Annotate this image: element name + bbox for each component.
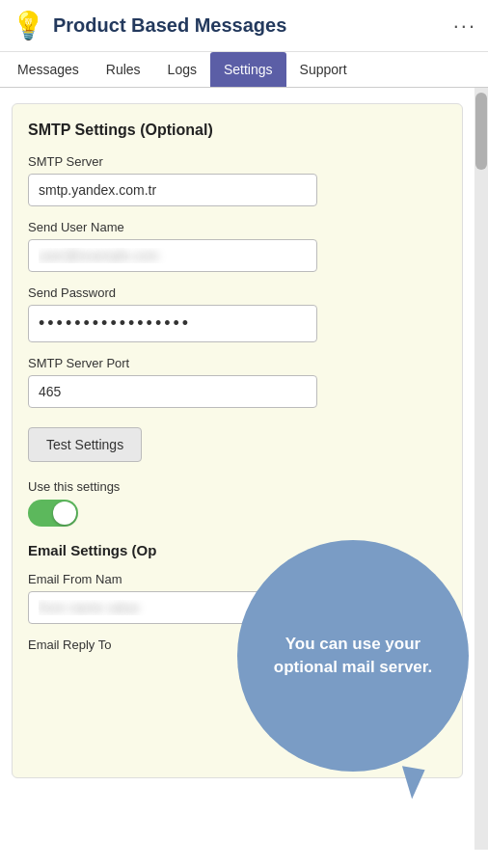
use-settings-toggle-row: Use this settings <box>28 479 447 527</box>
smtp-server-input[interactable] <box>28 174 317 206</box>
tooltip-bubble: You can use your optional mail server. <box>237 540 469 772</box>
send-username-group: Send User Name <box>28 220 447 272</box>
send-username-label: Send User Name <box>28 220 447 234</box>
tab-logs[interactable]: Logs <box>154 52 210 87</box>
toggle-knob <box>53 502 76 525</box>
toggle-label: Use this settings <box>28 479 447 494</box>
app-icon: 💡 <box>12 10 45 41</box>
app-title: Product Based Messages <box>53 14 286 37</box>
nav-tabs: Messages Rules Logs Settings Support <box>0 52 488 88</box>
smtp-server-group: SMTP Server <box>28 154 447 206</box>
smtp-port-group: SMTP Server Port <box>28 356 447 408</box>
use-settings-toggle[interactable] <box>28 500 78 527</box>
tab-settings[interactable]: Settings <box>210 52 286 87</box>
tab-support[interactable]: Support <box>286 52 361 87</box>
tab-rules[interactable]: Rules <box>93 52 154 87</box>
tooltip-text: You can use your optional mail server. <box>260 633 446 679</box>
smtp-section-title: SMTP Settings (Optional) <box>28 122 447 139</box>
smtp-port-input[interactable] <box>28 375 317 408</box>
send-password-label: Send Password <box>28 285 447 300</box>
tab-messages[interactable]: Messages <box>4 52 93 87</box>
smtp-server-label: SMTP Server <box>28 154 447 169</box>
scrollbar-thumb[interactable] <box>475 93 487 170</box>
send-password-group: Send Password <box>28 285 447 342</box>
scrollbar-track[interactable] <box>474 88 488 850</box>
app-header: 💡 Product Based Messages ··· <box>0 0 488 52</box>
send-password-input[interactable] <box>28 305 317 342</box>
send-username-input[interactable] <box>28 239 317 272</box>
test-settings-button[interactable]: Test Settings <box>28 427 142 462</box>
more-options-icon[interactable]: ··· <box>453 14 476 39</box>
smtp-port-label: SMTP Server Port <box>28 356 447 370</box>
header-left: 💡 Product Based Messages <box>12 10 286 41</box>
